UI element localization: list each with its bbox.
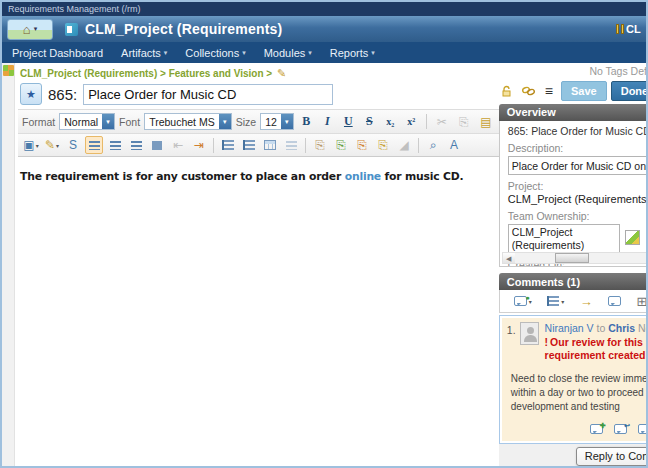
reply-comment-icon[interactable]: ✚ bbox=[590, 424, 603, 434]
change-team-icon[interactable] bbox=[625, 230, 640, 245]
artifact-id: 865: bbox=[48, 86, 77, 103]
link-artifact-icon[interactable]: ⎘ bbox=[353, 136, 371, 154]
right-sidebar: No Tags Defined bbox=[499, 63, 648, 466]
comments-toolbar: ● ▾ ▾ → ⊞ ⊟ bbox=[499, 290, 648, 312]
justify-icon[interactable] bbox=[148, 136, 166, 154]
scrollbar-thumb[interactable] bbox=[555, 253, 589, 263]
comments-header: Comments (1) bbox=[499, 273, 648, 291]
outdent-icon[interactable]: ⇤ bbox=[169, 136, 187, 154]
format-select[interactable]: Normal ▾ bbox=[59, 113, 115, 130]
home-button[interactable]: ⌂ ▾ bbox=[7, 19, 53, 40]
requirement-text[interactable]: The requirement is for any customer to p… bbox=[18, 157, 499, 183]
chevron-down-icon: ▾ bbox=[281, 114, 293, 129]
reply-arrow-icon[interactable]: ↩ bbox=[614, 424, 627, 434]
copy-icon[interactable]: ⎘ bbox=[455, 113, 473, 131]
lock-icon[interactable] bbox=[501, 85, 512, 97]
nav-collections[interactable]: Collections ▾ bbox=[185, 47, 245, 59]
artifact-type-icon: ★ bbox=[20, 83, 42, 105]
insert-table-icon[interactable] bbox=[261, 136, 279, 154]
font-select[interactable]: Trebuchet MS ▾ bbox=[144, 113, 232, 130]
embed-artifact-icon[interactable]: ⎘ bbox=[311, 136, 329, 154]
show-comment-icon[interactable] bbox=[608, 296, 621, 306]
menu-icon[interactable]: ≡ bbox=[545, 84, 553, 98]
description-label: Description: bbox=[508, 142, 648, 154]
breadcrumb-path[interactable]: CLM_Project (Requirements) > Features an… bbox=[20, 68, 272, 79]
nav-modules[interactable]: Modules ▾ bbox=[264, 47, 312, 59]
nav-artifacts[interactable]: Artifacts ▾ bbox=[121, 47, 167, 59]
main-nav: Project Dashboard Artifacts ▾ Collection… bbox=[2, 42, 646, 63]
app-title: Requirements Management (/rm) bbox=[8, 4, 141, 14]
project-title: CLM_Project (Requirements) bbox=[85, 21, 282, 37]
goto-comment-icon[interactable]: → bbox=[580, 294, 593, 309]
editor-toolbar-tools: ▣ ▾ ✎ ▾ S ⇤ ⇥ bbox=[18, 133, 499, 157]
artifact-title-row: ★ 865: bbox=[18, 82, 499, 109]
edit-comment-icon[interactable]: ✎ bbox=[638, 424, 648, 434]
chevron-down-icon: ▾ bbox=[242, 49, 246, 57]
comment-view-menu-icon[interactable]: ▾ bbox=[547, 296, 564, 306]
edit-pencil-icon[interactable]: ✎ bbox=[277, 67, 286, 80]
chevron-down-icon: ▾ bbox=[102, 114, 114, 129]
numbered-list-icon[interactable] bbox=[240, 136, 258, 154]
highlighter-menu-icon[interactable]: ✎ ▾ bbox=[43, 136, 61, 154]
reply-tooltip: Reply to Comment bbox=[576, 447, 648, 466]
superscript-button[interactable]: x² bbox=[403, 116, 420, 127]
underline-button[interactable]: U bbox=[340, 114, 357, 129]
indent-icon[interactable]: ⇥ bbox=[190, 136, 208, 154]
comment-card[interactable]: 1. Niranjan V to Chris Now !O bbox=[502, 318, 648, 441]
paste-icon[interactable]: ▤ bbox=[477, 113, 495, 131]
project-icon bbox=[65, 23, 78, 36]
bold-button[interactable]: B bbox=[298, 114, 315, 129]
bullet-list-icon[interactable] bbox=[219, 136, 237, 154]
banner-brand: CL bbox=[616, 16, 646, 42]
nav-reports[interactable]: Reports ▾ bbox=[330, 47, 375, 59]
overview-body: 865: Place Order for Music CD Descriptio… bbox=[499, 121, 648, 267]
align-left-icon[interactable] bbox=[85, 136, 103, 154]
strikethrough-button[interactable]: S bbox=[361, 114, 378, 129]
link-web-icon[interactable]: ⎘ bbox=[374, 136, 392, 154]
expand-all-icon[interactable]: ⊞ bbox=[637, 294, 648, 309]
comment-recipient[interactable]: Chris bbox=[608, 322, 635, 334]
chevron-down-icon: ▾ bbox=[561, 298, 564, 305]
subscript-button[interactable]: x₂ bbox=[382, 116, 399, 127]
app-window: Requirements Management (/rm) ⌂ ▾ CLM_Pr… bbox=[0, 0, 648, 468]
actions-row: ≡ Save Done Cancel bbox=[499, 79, 648, 104]
online-link[interactable]: online bbox=[345, 170, 381, 183]
comment-index: 1. bbox=[507, 322, 516, 363]
breadcrumb: CLM_Project (Requirements) > Features an… bbox=[18, 63, 499, 82]
sidebar-toggle-icon[interactable] bbox=[3, 65, 14, 76]
new-comment-icon[interactable]: ● ▾ bbox=[514, 296, 532, 306]
overview-header: Overview bbox=[499, 104, 648, 122]
window-title-bar: Requirements Management (/rm) bbox=[2, 2, 646, 16]
tags-text: No Tags Defined bbox=[589, 65, 648, 77]
align-right-icon[interactable] bbox=[127, 136, 145, 154]
overview-horizontal-scrollbar[interactable]: ◀ ▶ bbox=[502, 252, 648, 264]
cut-icon[interactable]: ✂ bbox=[433, 113, 451, 131]
save-button[interactable]: Save bbox=[561, 81, 607, 101]
font-label: Font bbox=[119, 116, 140, 128]
description-input[interactable] bbox=[508, 156, 648, 175]
priority-icon: ! bbox=[545, 336, 549, 348]
artifact-title-input[interactable] bbox=[83, 84, 333, 105]
team-ownership-value[interactable]: CLM_Project (Requirements) bbox=[508, 224, 620, 254]
chevron-down-icon: ▾ bbox=[34, 25, 38, 33]
comment-time: Now bbox=[638, 322, 648, 334]
find-icon[interactable]: ⌕ bbox=[424, 136, 442, 154]
project-label: Project: bbox=[508, 180, 648, 192]
done-button[interactable]: Done bbox=[611, 81, 648, 101]
link-chain-icon[interactable] bbox=[521, 85, 536, 97]
table-properties-icon[interactable] bbox=[282, 136, 300, 154]
spell-check-icon[interactable]: S bbox=[64, 136, 82, 154]
size-select[interactable]: 12 ▾ bbox=[260, 113, 294, 130]
italic-button[interactable]: I bbox=[319, 114, 336, 129]
comment-author[interactable]: Niranjan V bbox=[545, 322, 594, 334]
team-ownership-label: Team Ownership: bbox=[508, 210, 648, 222]
scroll-left-icon[interactable]: ◀ bbox=[503, 253, 515, 263]
nav-project-dashboard[interactable]: Project Dashboard bbox=[12, 47, 103, 59]
align-center-icon[interactable] bbox=[106, 136, 124, 154]
eraser-icon[interactable]: ◢ bbox=[395, 136, 413, 154]
insert-artifact-icon[interactable]: ⎘ bbox=[332, 136, 350, 154]
text-style-icon[interactable]: A bbox=[445, 136, 463, 154]
insert-image-menu-icon[interactable]: ▣ ▾ bbox=[22, 136, 40, 154]
home-icon: ⌂ bbox=[23, 23, 31, 36]
chevron-down-icon: ▾ bbox=[371, 49, 375, 57]
